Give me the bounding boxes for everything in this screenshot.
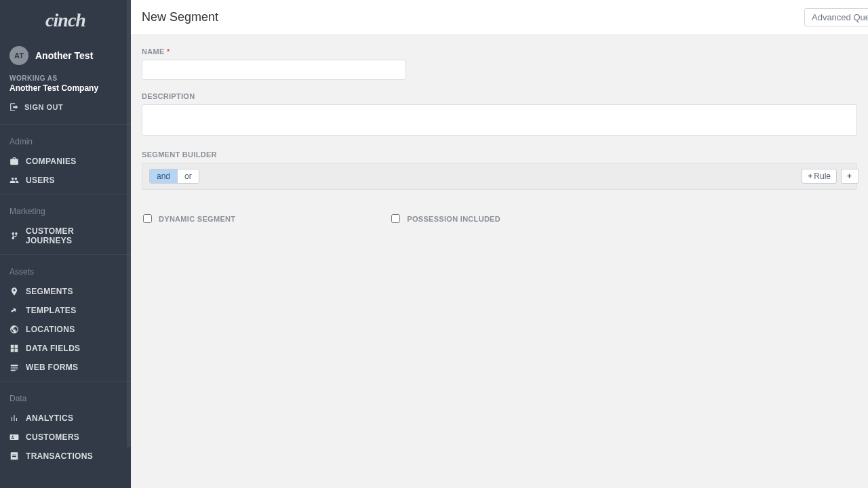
description-label: DESCRIPTION — [142, 92, 857, 100]
logo-text: cinch — [45, 9, 85, 30]
pin-icon — [9, 287, 19, 296]
sign-out-icon — [9, 102, 19, 112]
sidebar-item-label: CUSTOMER JOURNEYS — [26, 226, 121, 245]
nav-section-title: Data — [0, 391, 131, 409]
sidebar-item-customers[interactable]: CUSTOMERS — [0, 428, 131, 447]
possession-included-checkbox[interactable] — [391, 214, 400, 223]
sidebar-item-label: DATA FIELDS — [26, 344, 80, 353]
name-field-group: NAME * — [142, 47, 857, 80]
nav-section-marketing: Marketing CUSTOMER JOURNEYS — [0, 194, 131, 254]
checkbox-row: DYNAMIC SEGMENT POSSESSION INCLUDED — [142, 202, 857, 235]
nav-section-title: Marketing — [0, 204, 131, 222]
users-icon — [9, 176, 19, 185]
required-indicator: * — [167, 47, 170, 56]
branch-icon — [9, 231, 19, 241]
name-label: NAME * — [142, 47, 857, 56]
grid-icon — [9, 344, 19, 353]
segment-builder: and or +Rule + — [142, 163, 857, 190]
or-toggle[interactable]: or — [178, 169, 199, 183]
chart-icon — [9, 413, 19, 423]
sidebar-item-label: WEB FORMS — [26, 363, 78, 372]
sidebar-item-label: COMPANIES — [26, 157, 76, 166]
main-header: New Segment Advanced Que — [131, 0, 868, 35]
and-or-toggle: and or — [149, 169, 199, 184]
plus-icon: + — [847, 171, 852, 181]
nav-section-title: Admin — [0, 134, 131, 152]
description-input[interactable] — [142, 104, 857, 136]
main-content: New Segment Advanced Que NAME * DESCRIPT… — [131, 0, 868, 488]
sidebar-item-label: ANALYTICS — [26, 413, 73, 423]
segment-builder-group: SEGMENT BUILDER and or +Rule + — [142, 150, 857, 190]
id-card-icon — [9, 432, 19, 442]
sidebar-item-customer-journeys[interactable]: CUSTOMER JOURNEYS — [0, 222, 131, 250]
dynamic-segment-label: DYNAMIC SEGMENT — [159, 215, 235, 223]
builder-actions: +Rule + — [802, 169, 859, 184]
possession-included-checkbox-item[interactable]: POSSESSION INCLUDED — [391, 214, 500, 223]
possession-included-label: POSSESSION INCLUDED — [407, 215, 500, 223]
name-input[interactable] — [142, 60, 406, 80]
working-as: WORKING AS Another Test Company — [0, 70, 131, 93]
sidebar-item-web-forms[interactable]: WEB FORMS — [0, 358, 131, 377]
logo: cinch — [0, 0, 131, 38]
add-group-button[interactable]: + — [841, 169, 859, 184]
sidebar-item-label: USERS — [26, 176, 55, 185]
sidebar-item-templates[interactable]: TEMPLATES — [0, 301, 131, 320]
nav-section-title: Assets — [0, 264, 131, 282]
sidebar-item-analytics[interactable]: ANALYTICS — [0, 409, 131, 428]
sidebar-item-segments[interactable]: SEGMENTS — [0, 282, 131, 301]
nav-section-admin: Admin COMPANIES USERS — [0, 124, 131, 194]
form-icon — [9, 363, 19, 372]
sidebar-item-transactions[interactable]: TRANSACTIONS — [0, 447, 131, 466]
add-rule-button[interactable]: +Rule — [802, 169, 837, 184]
receipt-icon — [9, 451, 19, 461]
segment-builder-label: SEGMENT BUILDER — [142, 150, 857, 159]
nav-section-assets: Assets SEGMENTS TEMPLATES LOCATIONS DATA… — [0, 254, 131, 381]
dynamic-segment-checkbox[interactable] — [143, 214, 152, 223]
user-name: Another Test — [35, 50, 93, 61]
megaphone-icon — [9, 306, 19, 315]
briefcase-icon — [9, 157, 19, 166]
sidebar-item-label: LOCATIONS — [26, 325, 75, 334]
sidebar-item-label: CUSTOMERS — [26, 432, 79, 442]
and-toggle[interactable]: and — [150, 169, 178, 183]
page-title: New Segment — [142, 10, 218, 24]
working-as-label: WORKING AS — [9, 75, 121, 82]
nav-section-data: Data ANALYTICS CUSTOMERS TRANSACTIONS — [0, 381, 131, 470]
avatar: AT — [9, 46, 28, 65]
dynamic-segment-checkbox-item[interactable]: DYNAMIC SEGMENT — [143, 214, 235, 223]
sidebar-item-label: SEGMENTS — [26, 287, 73, 296]
form-area: NAME * DESCRIPTION SEGMENT BUILDER and o… — [131, 35, 868, 247]
sidebar-item-label: TRANSACTIONS — [26, 451, 93, 461]
name-label-text: NAME — [142, 47, 165, 56]
add-rule-label: Rule — [814, 171, 831, 181]
sidebar-item-locations[interactable]: LOCATIONS — [0, 320, 131, 339]
sidebar-item-label: TEMPLATES — [26, 306, 76, 315]
sign-out-button[interactable]: SIGN OUT — [0, 93, 131, 124]
description-field-group: DESCRIPTION — [142, 92, 857, 138]
sidebar-item-data-fields[interactable]: DATA FIELDS — [0, 339, 131, 358]
globe-icon — [9, 325, 19, 334]
sidebar-item-companies[interactable]: COMPANIES — [0, 152, 131, 171]
working-as-company: Another Test Company — [9, 83, 121, 93]
plus-icon: + — [808, 171, 812, 181]
user-block: AT Another Test — [0, 38, 131, 70]
sidebar: cinch AT Another Test WORKING AS Another… — [0, 0, 131, 488]
advanced-query-button[interactable]: Advanced Que — [804, 8, 868, 26]
sidebar-item-users[interactable]: USERS — [0, 171, 131, 190]
sign-out-label: SIGN OUT — [24, 103, 63, 111]
